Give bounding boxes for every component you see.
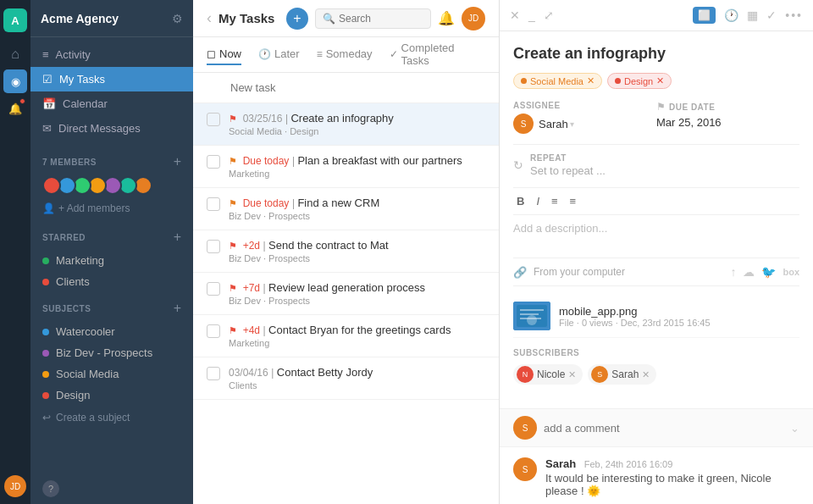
tag-design[interactable]: Design ✕ [607,73,672,89]
social-media-remove-icon[interactable]: ✕ [587,75,595,86]
task-item-6[interactable]: ⚑ +4d | Contact Bryan for the greetings … [193,315,499,357]
task-checkbox-4[interactable] [207,240,220,253]
members-section-label: 7 MEMBERS [42,158,97,167]
maximize-icon[interactable]: ⤢ [544,8,554,22]
subject-item-design[interactable]: Design [30,385,193,406]
starred-marketing-label: Marketing [56,254,104,267]
minimize-icon[interactable]: _ [528,8,535,22]
sidebar-item-dm[interactable]: ✉ Direct Messages [30,116,193,141]
ul-button[interactable]: ≡ [548,193,561,209]
subject-item-bizdev[interactable]: Biz Dev - Prospects [30,342,193,363]
task-item-4[interactable]: ⚑ +2d | Send the contract to Mat Biz Dev… [193,230,499,273]
subscriber-nicole[interactable]: N Nicole ✕ [513,364,583,385]
starred-item-clients[interactable]: Clients [30,271,193,292]
file-name[interactable]: mobile_app.png [559,305,799,318]
social-media-tag-label: Social Media [530,76,583,86]
help-icon[interactable]: ? [42,480,59,497]
add-member-icon[interactable]: + [174,154,181,169]
task-checkbox-2[interactable] [207,155,220,169]
attach-label[interactable]: From your computer [534,266,723,278]
bold-button[interactable]: B [513,193,528,209]
task-subtitle-5: Biz Dev · Prospects [229,296,485,306]
tab-later[interactable]: 🕐 Later [258,44,300,65]
nav-team-icon[interactable]: ◉ [3,69,27,93]
add-starred-icon[interactable]: + [174,230,181,245]
nav-notification-icon[interactable]: 🔔 [3,97,27,120]
sidebar-item-mytasks[interactable]: ☑ My Tasks [30,67,193,91]
comment-expand-icon[interactable]: ⌄ [790,422,799,435]
starred-item-marketing[interactable]: Marketing [30,250,193,271]
design-remove-icon[interactable]: ✕ [656,75,664,86]
more-menu-icon[interactable]: ••• [785,8,803,22]
task-checkbox-5[interactable] [207,282,220,296]
assignee-name[interactable]: Sarah [539,118,568,130]
subject-item-watercooler[interactable]: Watercooler [30,321,193,342]
nicole-remove-icon[interactable]: ✕ [568,369,576,380]
task-checkbox-1[interactable] [207,113,220,126]
view-clock-icon[interactable]: 🕐 [724,8,738,22]
file-thumbnail [513,302,550,330]
view-table-icon[interactable]: ▦ [747,8,758,22]
task-item-5[interactable]: ⚑ +7d | Review lead generation process B… [193,273,499,315]
sidebar-header: Acme Agency ⚙ [30,0,193,37]
view-check-icon[interactable]: ✓ [766,8,777,22]
file-info: mobile_app.png File · 0 views · Dec, 23r… [559,305,799,328]
activity-author: Sarah [545,457,576,470]
view-card-icon[interactable]: ⬜ [693,7,716,24]
activity-sarah-avatar: S [513,457,537,481]
cloud-icon[interactable]: ☁ [743,265,755,279]
tab-now[interactable]: ◻ Now [207,44,241,65]
assignee-label: ASSIGNEE [513,101,656,110]
task-checkbox-6[interactable] [207,324,220,338]
sidebar-item-calendar[interactable]: 📅 Calendar [30,91,193,116]
box-icon[interactable]: box [783,267,799,277]
task-item-2[interactable]: ⚑ Due today | Plan a breakfast with our … [193,146,499,188]
search-input[interactable] [339,13,423,25]
subject-item-socialmedia[interactable]: Social Media [30,363,193,385]
task-item-1[interactable]: ⚑ 03/25/16 | Create an infography Social… [193,103,499,146]
gear-icon[interactable]: ⚙ [172,12,183,25]
someday-tab-icon: ≡ [317,48,323,60]
tab-someday[interactable]: ≡ Someday [317,44,373,65]
nicole-label: Nicole [537,368,565,380]
task-checkbox-3[interactable] [207,197,220,211]
sarah-remove-icon[interactable]: ✕ [642,369,650,380]
new-task-input[interactable] [230,81,485,94]
socialmedia-dot [42,371,49,378]
tag-social-media[interactable]: Social Media ✕ [513,73,602,89]
create-subject-button[interactable]: ↩ Create a subject [30,407,193,428]
comment-input[interactable] [544,422,783,435]
italic-button[interactable]: I [533,193,543,209]
task-detail-title: Create an infography [513,45,799,63]
nav-home-icon[interactable]: ⌂ [3,42,27,66]
user-avatar-strip[interactable]: JD [4,475,26,497]
task-item-3[interactable]: ⚑ Due today | Find a new CRM Biz Dev · P… [193,188,499,230]
task-checkbox-7[interactable] [207,367,220,380]
close-icon[interactable]: ✕ [510,8,520,22]
activity-time: Feb, 24th 2016 16:09 [584,459,673,469]
member-avatar-1 [42,176,61,195]
ol-button[interactable]: ≡ [567,193,580,209]
sidebar-item-activity[interactable]: ≡ Activity [30,42,193,67]
description-area[interactable]: Add a description... [513,222,799,247]
members-row [30,174,193,200]
tab-completed[interactable]: ✓ Completed Tasks [390,38,485,72]
add-members-button[interactable]: 👤 + Add members [30,200,193,221]
due-date-value[interactable]: Mar 25, 2016 [656,116,722,129]
add-subject-icon[interactable]: + [174,301,181,316]
repeat-icon: ↻ [513,158,523,172]
search-bar[interactable]: 🔍 [315,8,431,29]
user-avatar-topbar[interactable]: JD [462,7,485,30]
task-item-7[interactable]: 03/04/16 | Contact Betty Jordy Clients [193,357,499,400]
task-tabs: ◻ Now 🕐 Later ≡ Someday ✓ Completed Task… [193,37,499,73]
bell-icon[interactable]: 🔔 [438,10,455,26]
subscriber-sarah[interactable]: S Sarah ✕ [588,364,656,385]
bird-icon[interactable]: 🐦 [761,265,776,279]
task-content-3: ⚑ Due today | Find a new CRM Biz Dev · P… [229,197,485,221]
subject-bizdev-label: Biz Dev - Prospects [56,346,152,359]
task-title-1: Create an infography [290,112,393,125]
back-button[interactable]: ‹ [207,9,212,27]
upload-icon[interactable]: ↑ [730,265,736,279]
repeat-value[interactable]: Set to repeat ... [530,164,606,177]
add-task-button[interactable]: + [286,8,308,30]
